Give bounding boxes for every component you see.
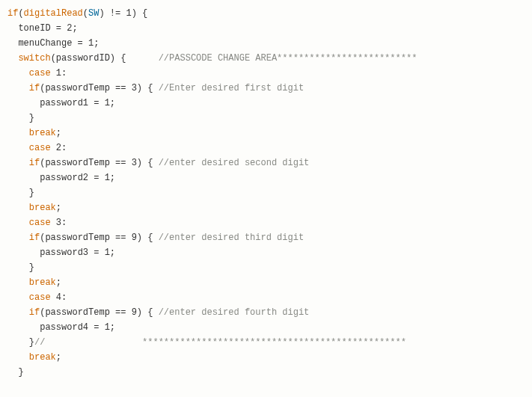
comment-stars: ****************************************… — [142, 337, 406, 348]
code-line: password3 = 1; — [7, 247, 115, 258]
code-block: if(digitalRead(SW) != 1) { toneID = 2; m… — [0, 0, 532, 386]
code-line: } — [7, 113, 34, 123]
code-line: case 1: — [7, 68, 67, 79]
keyword-if: if — [29, 307, 40, 318]
code-line: case 3: — [7, 218, 67, 228]
keyword-if: if — [7, 8, 18, 19]
code-line: if(passwordTemp == 9) { //enter desired … — [7, 307, 309, 318]
code-line: break; — [7, 203, 61, 213]
comment: //PASSCODE CHANGE AREA******************… — [159, 53, 418, 64]
keyword-break: break — [29, 128, 56, 138]
code-line: break; — [7, 352, 61, 363]
keyword-switch: switch — [18, 53, 50, 64]
keyword-if: if — [29, 83, 40, 93]
code-line: password1 = 1; — [7, 98, 115, 108]
keyword-case: case — [29, 292, 51, 303]
code-line: password4 = 1; — [7, 322, 115, 333]
code-line: } — [7, 188, 34, 198]
code-line: } — [7, 367, 24, 378]
code-line: } — [7, 262, 34, 273]
keyword-case: case — [29, 143, 51, 153]
func-digitalRead: digitalRead — [24, 8, 83, 19]
comment: // — [34, 337, 45, 348]
comment: //enter desired second digit — [159, 158, 310, 168]
keyword-case: case — [29, 68, 51, 79]
keyword-break: break — [29, 277, 56, 288]
code-line: if(passwordTemp == 3) { //enter desired … — [7, 158, 309, 168]
code-line: if(passwordTemp == 3) { //Enter desired … — [7, 83, 304, 93]
code-line: switch(passwordID) { //PASSCODE CHANGE A… — [7, 53, 417, 64]
code-line: if(digitalRead(SW) != 1) { — [7, 8, 147, 19]
const-SW: SW — [88, 8, 99, 19]
comment: //enter desired fourth digit — [159, 307, 310, 318]
code-line: case 2: — [7, 143, 67, 153]
keyword-if: if — [29, 158, 40, 168]
code-line: toneID = 2; — [7, 23, 78, 34]
code-line: }// ************************************… — [7, 337, 406, 348]
keyword-break: break — [29, 203, 56, 213]
keyword-if: if — [29, 233, 40, 243]
code-line: case 4: — [7, 292, 67, 303]
code-line: break; — [7, 277, 61, 288]
comment: //Enter desired first digit — [159, 83, 304, 93]
code-line: password2 = 1; — [7, 173, 115, 183]
code-line: if(passwordTemp == 9) { //enter desired … — [7, 233, 304, 243]
comment: //enter desired third digit — [159, 233, 304, 243]
keyword-break: break — [29, 352, 56, 363]
keyword-case: case — [29, 218, 51, 228]
code-line: break; — [7, 128, 61, 138]
code-line: menuChange = 1; — [7, 38, 99, 49]
